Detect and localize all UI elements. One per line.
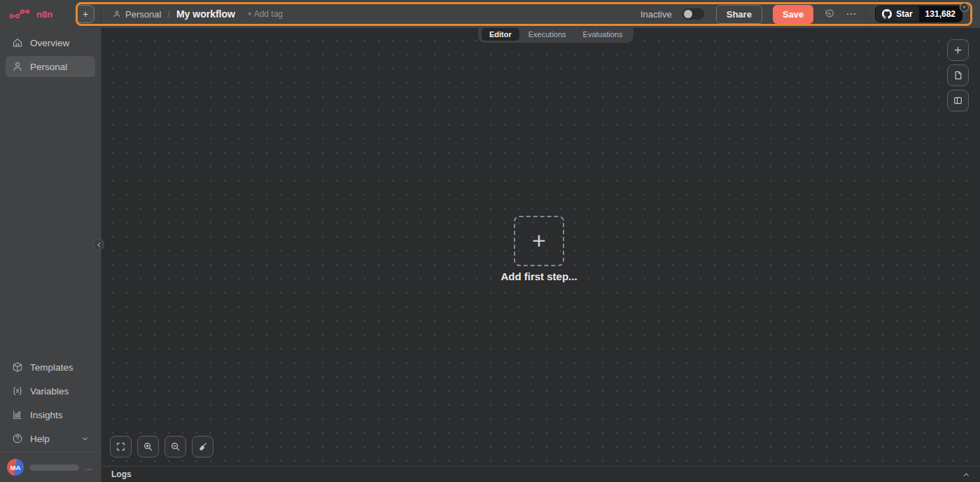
sidebar-item-personal[interactable]: Personal bbox=[6, 56, 95, 77]
sidebar-item-label: Variables bbox=[30, 386, 69, 397]
logs-panel-header[interactable]: Logs bbox=[102, 466, 980, 482]
github-star-count: 131,682 bbox=[919, 6, 962, 22]
canvas-zoom-controls bbox=[110, 436, 214, 457]
brand-name: n8n bbox=[36, 9, 52, 20]
tab-executions[interactable]: Executions bbox=[521, 28, 574, 41]
zoom-out-button[interactable] bbox=[164, 436, 186, 457]
sidebar-item-label: Overview bbox=[30, 38, 69, 48]
add-first-step-button[interactable]: + bbox=[514, 216, 564, 266]
workflow-title[interactable]: My workflow bbox=[176, 8, 235, 20]
header-divider bbox=[866, 0, 867, 28]
workflow-canvas[interactable]: + Add first step... bbox=[102, 28, 980, 466]
home-icon bbox=[12, 37, 23, 48]
person-icon bbox=[113, 10, 121, 18]
variables-icon bbox=[12, 385, 23, 397]
sidebar-item-label: Templates bbox=[30, 362, 74, 373]
top-bar: Personal / My workflow + Add tag Inactiv… bbox=[102, 0, 980, 28]
add-tag-button[interactable]: + Add tag bbox=[247, 9, 283, 19]
github-icon bbox=[882, 9, 892, 19]
breadcrumb-project-label: Personal bbox=[125, 9, 161, 20]
sidebar-item-label: Insights bbox=[30, 410, 63, 420]
add-node-button[interactable] bbox=[947, 39, 969, 61]
breadcrumb: Personal / My workflow + Add tag bbox=[113, 8, 283, 20]
canvas-right-controls bbox=[947, 39, 969, 111]
toggle-knob bbox=[684, 10, 692, 18]
fit-view-button[interactable] bbox=[110, 436, 132, 457]
top-bar-actions: Inactive Share Save ⋯ Star 131,682 bbox=[640, 0, 962, 28]
sidebar-item-help[interactable]: Help bbox=[6, 428, 95, 449]
new-workflow-button[interactable]: + bbox=[76, 5, 94, 23]
add-first-step-label: Add first step... bbox=[486, 270, 592, 282]
sidebar-nav-bottom: Templates Variables Insights Help bbox=[0, 352, 101, 452]
sidebar: n8n + Overview Personal bbox=[0, 0, 102, 482]
user-icon bbox=[12, 61, 23, 72]
tab-editor[interactable]: Editor bbox=[482, 28, 519, 41]
more-options-button[interactable]: ⋯ bbox=[846, 8, 857, 20]
chevron-down-icon bbox=[81, 435, 89, 443]
user-menu[interactable]: MA … bbox=[0, 452, 101, 482]
plus-icon: + bbox=[532, 228, 546, 252]
sidebar-item-label: Help bbox=[30, 434, 50, 444]
tidy-up-button[interactable] bbox=[192, 436, 214, 457]
github-star-button[interactable]: Star bbox=[876, 6, 918, 22]
user-more-button[interactable]: … bbox=[85, 462, 94, 472]
active-toggle[interactable] bbox=[682, 8, 704, 20]
history-icon[interactable] bbox=[824, 8, 835, 20]
breadcrumb-separator: / bbox=[167, 9, 170, 20]
share-button[interactable]: Share bbox=[716, 5, 762, 24]
github-star-label: Star bbox=[896, 9, 912, 19]
sidebar-nav-top: Overview Personal bbox=[0, 28, 101, 80]
view-tabs: Editor Executions Evaluations bbox=[478, 26, 634, 43]
workflow-status-label: Inactive bbox=[640, 9, 672, 20]
breadcrumb-project[interactable]: Personal bbox=[113, 9, 161, 20]
chevron-up-icon[interactable] bbox=[962, 471, 970, 478]
github-star-widget[interactable]: Star 131,682 bbox=[876, 6, 962, 22]
zoom-in-button[interactable] bbox=[137, 436, 159, 457]
sidebar-item-insights[interactable]: Insights bbox=[6, 404, 95, 425]
help-icon bbox=[12, 433, 23, 444]
sidebar-header: n8n + bbox=[0, 0, 101, 28]
add-sticky-note-button[interactable] bbox=[947, 64, 969, 86]
annotation-close-icon[interactable]: × bbox=[960, 3, 969, 12]
toggle-panel-button[interactable] bbox=[947, 90, 969, 111]
tab-evaluations[interactable]: Evaluations bbox=[575, 28, 631, 41]
package-icon bbox=[12, 362, 23, 373]
user-name-redacted bbox=[29, 464, 79, 471]
sidebar-collapse-button[interactable] bbox=[93, 239, 104, 250]
sidebar-item-variables[interactable]: Variables bbox=[6, 380, 95, 401]
n8n-logo[interactable]: n8n bbox=[9, 8, 52, 20]
bar-chart-icon bbox=[12, 409, 23, 420]
sidebar-item-templates[interactable]: Templates bbox=[6, 357, 95, 378]
sidebar-item-label: Personal bbox=[30, 62, 67, 72]
save-button[interactable]: Save bbox=[773, 5, 813, 24]
avatar[interactable]: MA bbox=[7, 459, 24, 476]
n8n-workflow-editor: Personal / My workflow + Add tag Inactiv… bbox=[0, 0, 980, 482]
sidebar-item-overview[interactable]: Overview bbox=[6, 32, 95, 53]
logs-label: Logs bbox=[111, 469, 132, 479]
